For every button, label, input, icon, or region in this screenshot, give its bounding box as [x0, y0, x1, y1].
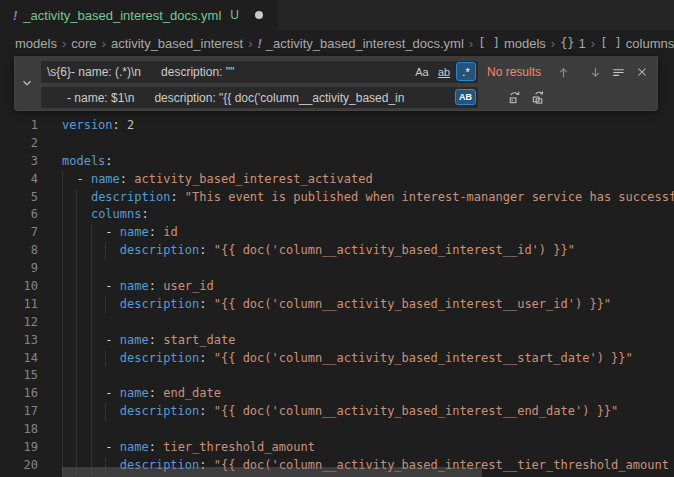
code-line[interactable]: 4 - name: activity_based_interest_activa… [0, 171, 674, 189]
indent-guide [62, 439, 63, 457]
replace-row: - name: $1\n description: "{{ doc('colum… [41, 87, 652, 108]
next-match-button[interactable] [585, 62, 606, 83]
code-line[interactable]: 15 [0, 367, 674, 385]
line-number[interactable]: 19 [0, 439, 38, 457]
horizontal-scrollbar[interactable] [62, 467, 482, 477]
replace-button[interactable] [504, 87, 525, 108]
indent-guide [76, 189, 77, 207]
code-line[interactable]: 12 [0, 314, 674, 332]
line-number[interactable]: 10 [0, 278, 38, 296]
preserve-case-button[interactable]: AB [455, 89, 476, 105]
line-number[interactable]: 6 [0, 206, 38, 224]
modified-dot[interactable] [255, 11, 263, 19]
code-line[interactable]: 13 - name: start_date [0, 332, 674, 350]
replace-all-icon [531, 90, 546, 105]
code-text: - name: tier_threshold_amount [62, 439, 315, 457]
breadcrumb-label: core [71, 36, 96, 51]
code-text: columns: [62, 206, 149, 224]
code-text: - name: start_date [62, 332, 235, 350]
code-line[interactable]: 14 description: "{{ doc('column__activit… [0, 350, 674, 368]
code-line[interactable]: 9 [0, 260, 674, 278]
indent-guide [105, 242, 106, 260]
line-number[interactable]: 12 [0, 314, 38, 332]
line-number[interactable]: 14 [0, 350, 38, 368]
toggle-replace-button[interactable] [16, 56, 38, 110]
line-number[interactable]: 13 [0, 332, 38, 350]
code-line[interactable]: 11 description: "{{ doc('column__activit… [0, 296, 674, 314]
code-text: description: "{{ doc('column__activity_b… [62, 296, 611, 314]
breadcrumb-label: _activity_based_interest_docs.yml [266, 36, 464, 51]
line-number[interactable]: 17 [0, 403, 38, 421]
breadcrumb-label: models [15, 36, 57, 51]
indent-guide [62, 278, 63, 296]
indent-guide [91, 403, 92, 421]
line-number[interactable]: 9 [0, 260, 38, 278]
find-input[interactable]: \s{6}- name: (.*)\n description: "" Aa a… [41, 61, 478, 83]
indent-guide [76, 278, 77, 296]
chevron-right-icon: › [97, 36, 111, 51]
code-line[interactable]: 3models: [0, 153, 674, 171]
symbol-array-icon: [ ] [478, 36, 500, 50]
code-text: models: [62, 153, 113, 171]
chevron-right-icon: › [243, 36, 257, 51]
line-number[interactable]: 3 [0, 153, 38, 171]
indent-guide [76, 314, 77, 332]
close-button[interactable] [631, 62, 652, 83]
code-text: - name: end_date [62, 385, 221, 403]
line-number[interactable]: 7 [0, 224, 38, 242]
line-number[interactable]: 15 [0, 367, 38, 385]
indent-guide [91, 260, 92, 278]
indent-guide [91, 296, 92, 314]
replace-icon [507, 90, 522, 105]
indent-guide [105, 296, 106, 314]
code-line[interactable]: 8 description: "{{ doc('column__activity… [0, 242, 674, 260]
code-line[interactable]: 16 - name: end_date [0, 385, 674, 403]
breadcrumb-item[interactable]: models [15, 36, 57, 51]
chevron-right-icon: › [57, 36, 71, 51]
breadcrumb-item[interactable]: core [71, 36, 96, 51]
line-number[interactable]: 5 [0, 189, 38, 207]
regex-label: .* [462, 66, 469, 78]
replace-all-button[interactable] [528, 87, 549, 108]
previous-match-button[interactable] [553, 62, 574, 83]
tab-activity-based-interest-docs[interactable]: ! _activity_based_interest_docs.yml U [0, 0, 278, 30]
indent-guide [91, 332, 92, 350]
git-status-badge: U [230, 8, 239, 22]
selection-lines-icon [611, 65, 626, 80]
regex-button[interactable]: .* [456, 62, 476, 81]
line-number[interactable]: 20 [0, 457, 38, 475]
line-number[interactable]: 4 [0, 171, 38, 189]
indent-guide [91, 350, 92, 368]
indent-guide [76, 421, 77, 439]
line-number[interactable]: 1 [0, 117, 38, 135]
breadcrumb-item[interactable]: {}1 [560, 36, 586, 51]
code-line[interactable]: 2 [0, 135, 674, 153]
code-line[interactable]: 6 columns: [0, 206, 674, 224]
code-line[interactable]: 1version: 2 [0, 117, 674, 135]
code-line[interactable]: 10 - name: user_id [0, 278, 674, 296]
replace-input[interactable]: - name: $1\n description: "{{ doc('colum… [41, 87, 478, 108]
code-line[interactable]: 19 - name: tier_threshold_amount [0, 439, 674, 457]
match-case-button[interactable]: Aa [412, 62, 432, 81]
line-number[interactable]: 8 [0, 242, 38, 260]
line-number[interactable]: 11 [0, 296, 38, 314]
find-in-selection-button[interactable] [608, 62, 629, 83]
code-text: description: "{{ doc('column__activity_b… [62, 242, 575, 260]
code-line[interactable]: 17 description: "{{ doc('column__activit… [0, 403, 674, 421]
find-toggles: Aa ab .* [412, 62, 476, 81]
code-line[interactable]: 18 [0, 421, 674, 439]
breadcrumb-item[interactable]: [ ]models [478, 36, 546, 51]
code-line[interactable]: 7 - name: id [0, 224, 674, 242]
indent-guide [91, 242, 92, 260]
breadcrumb-item[interactable]: !_activity_based_interest_docs.yml [258, 36, 464, 51]
line-number[interactable]: 16 [0, 385, 38, 403]
chevron-down-icon [20, 76, 34, 90]
line-number[interactable]: 2 [0, 135, 38, 153]
indent-guide [62, 171, 63, 189]
breadcrumb-item[interactable]: activity_based_interest [111, 36, 243, 51]
code-line[interactable]: 5 description: "This event is published … [0, 189, 674, 207]
line-number[interactable]: 18 [0, 421, 38, 439]
whole-word-button[interactable]: ab [434, 62, 454, 81]
find-row: \s{6}- name: (.*)\n description: "" Aa a… [41, 61, 652, 83]
breadcrumb-item[interactable]: [ ]columns [600, 36, 674, 51]
